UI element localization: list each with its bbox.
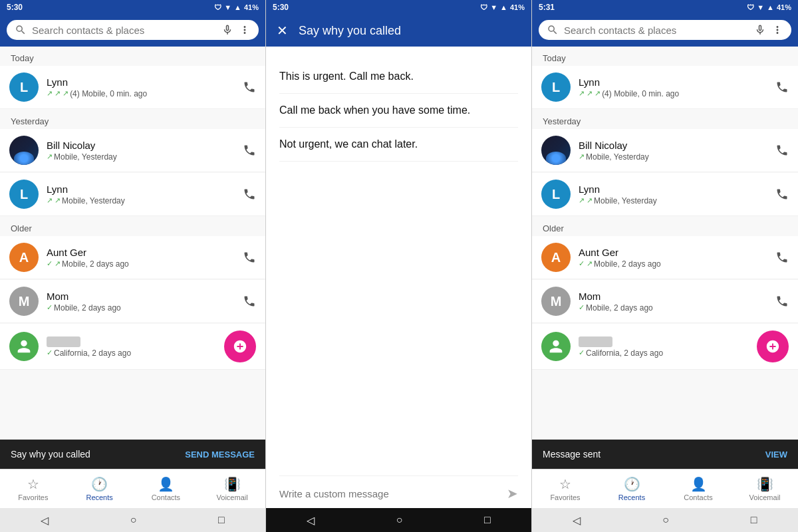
message-option-noturgent-2[interactable]: Not urgent, we can chat later. <box>279 128 518 162</box>
screen-1: 5:30 🛡 ▼ ▲ 41% Today L Lynn ↗ ↗ ↗ (4) Mo… <box>0 0 266 532</box>
message-option-urgent-2[interactable]: This is urgent. Call me back. <box>279 60 518 94</box>
status-bar-2: 5:30 🛡 ▼ ▲ 41% <box>266 0 531 15</box>
search-inner-3[interactable] <box>539 20 791 40</box>
call-icon-lynn-y-3[interactable] <box>775 188 789 201</box>
contact-lynn-yesterday-1[interactable]: L Lynn ↗ ↗ Mobile, Yesterday <box>0 173 265 216</box>
contact-mom-1[interactable]: M Mom ✓ Mobile, 2 days ago <box>0 280 265 323</box>
search-inner-1[interactable] <box>7 20 259 40</box>
battery-3: 41% <box>777 3 791 11</box>
message-option-callback-2[interactable]: Call me back when you have some time. <box>279 94 518 128</box>
contact-name-bill-1: Bill Nicolay <box>47 140 235 151</box>
search-input-3[interactable] <box>564 25 749 36</box>
search-input-1[interactable] <box>32 25 216 36</box>
nav-recents-label-1: Recents <box>86 493 112 501</box>
section-yesterday-1: Yesterday <box>0 110 265 129</box>
contact-sub-bill-3: ↗ Mobile, Yesterday <box>579 152 767 162</box>
more-icon-1[interactable] <box>239 24 251 36</box>
snackbar-action-1[interactable]: SEND MESSAGE <box>185 450 255 460</box>
nav-contacts-3[interactable]: 👤 Contacts <box>665 473 732 504</box>
search-bar-1 <box>0 15 265 47</box>
recents-button-2[interactable]: □ <box>484 514 491 526</box>
signal-icon-2: ▼ <box>490 3 497 11</box>
snackbar-3: Message sent VIEW <box>532 440 798 469</box>
call-icon-auntger-1[interactable] <box>243 251 256 264</box>
snackbar-1: Say why you called SEND MESSAGE <box>0 440 265 469</box>
call-icon-bill-3[interactable] <box>775 144 789 157</box>
nav-favorites-3[interactable]: ☆ Favorites <box>532 473 598 504</box>
protection-icon-2: 🛡 <box>480 3 487 11</box>
contact-mom-3[interactable]: M Mom ✓ Mobile, 2 days ago <box>532 280 798 323</box>
contact-bill-1[interactable]: Bill Nicolay ↗ Mobile, Yesterday <box>0 129 265 172</box>
avatar-lynn-1: L <box>9 72 39 102</box>
nav-recents-3[interactable]: 🕐 Recents <box>598 473 665 504</box>
dial-fab-3[interactable] <box>757 331 789 362</box>
avatar-unknown-3 <box>541 332 571 361</box>
contact-auntger-3[interactable]: A Aunt Ger ✓ ↗ Mobile, 2 days ago <box>532 236 798 279</box>
contact-info-unknown-3: ✓ California, 2 days ago <box>579 336 749 358</box>
contact-name-mom-1: Mom <box>47 291 235 302</box>
contact-info-auntger-1: Aunt Ger ✓ ↗ Mobile, 2 days ago <box>47 247 235 269</box>
contact-sub-mom-1: ✓ Mobile, 2 days ago <box>47 303 235 313</box>
arrows-auntger-1: ✓ ↗ <box>47 259 61 268</box>
snackbar-action-3[interactable]: VIEW <box>765 450 787 460</box>
arrows-mom-3: ✓ <box>579 303 585 312</box>
wifi-icon-2: ▲ <box>500 3 507 11</box>
contact-info-lynn-3: Lynn ↗ ↗ ↗ (4) Mobile, 0 min. ago <box>579 76 767 98</box>
status-icons-2: 🛡 ▼ ▲ 41% <box>480 3 525 11</box>
call-icon-auntger-3[interactable] <box>775 251 789 264</box>
send-icon-2[interactable]: ➤ <box>507 485 518 501</box>
bottom-nav-3: ☆ Favorites 🕐 Recents 👤 Contacts 📳 Voice… <box>532 469 798 508</box>
contact-list-1: Today L Lynn ↗ ↗ ↗ (4) Mobile, 0 min. ag… <box>0 47 265 440</box>
dial-fab-1[interactable] <box>224 331 256 362</box>
avatar-auntger-1: A <box>9 243 39 272</box>
avatar-bill-1 <box>9 136 39 165</box>
contact-sub-bill-1: ↗ Mobile, Yesterday <box>47 152 235 162</box>
nav-voicemail-3[interactable]: 📳 Voicemail <box>732 473 798 504</box>
favorites-icon-1: ☆ <box>27 476 39 492</box>
contact-lynn-yesterday-3[interactable]: L Lynn ↗ ↗ Mobile, Yesterday <box>532 173 798 216</box>
back-button-2[interactable]: ◁ <box>307 514 315 527</box>
back-button-1[interactable]: ◁ <box>41 514 49 527</box>
call-icon-lynn-3[interactable] <box>775 80 789 94</box>
recents-button-3[interactable]: □ <box>751 514 757 526</box>
custom-message-input-2[interactable] <box>279 488 500 499</box>
recents-button-1[interactable]: □ <box>218 514 225 526</box>
call-icon-lynn-1[interactable] <box>243 80 256 94</box>
home-button-2[interactable]: ○ <box>396 514 403 526</box>
call-icon-mom-3[interactable] <box>775 295 789 308</box>
contact-auntger-1[interactable]: A Aunt Ger ✓ ↗ Mobile, 2 days ago <box>0 236 265 279</box>
dialog-title-2: Say why you called <box>299 24 401 38</box>
home-button-1[interactable]: ○ <box>130 514 137 526</box>
nav-recents-1[interactable]: 🕐 Recents <box>66 473 133 504</box>
arrows-auntger-3: ✓ ↗ <box>579 259 593 268</box>
avatar-lynn-3: L <box>541 72 571 102</box>
home-button-3[interactable]: ○ <box>662 514 669 526</box>
contact-lynn-today-3[interactable]: L Lynn ↗ ↗ ↗ (4) Mobile, 0 min. ago <box>532 66 798 109</box>
call-icon-bill-1[interactable] <box>243 144 256 157</box>
nav-contacts-1[interactable]: 👤 Contacts <box>133 473 200 504</box>
sys-nav-3: ◁ ○ □ <box>532 508 798 532</box>
contact-unknown-1[interactable]: ✓ California, 2 days ago <box>0 324 265 370</box>
call-icon-lynn-y-1[interactable] <box>243 188 256 201</box>
contacts-icon-3: 👤 <box>690 476 707 492</box>
nav-voicemail-1[interactable]: 📳 Voicemail <box>199 473 265 504</box>
sys-nav-1: ◁ ○ □ <box>0 508 265 532</box>
mic-icon-3[interactable] <box>754 24 766 36</box>
nav-contacts-label-1: Contacts <box>152 493 180 501</box>
mic-icon-1[interactable] <box>221 24 233 36</box>
protection-icon-3: 🛡 <box>747 3 754 11</box>
contact-info-mom-1: Mom ✓ Mobile, 2 days ago <box>47 291 235 313</box>
call-icon-mom-1[interactable] <box>243 295 256 308</box>
contact-name-unknown-1 <box>47 336 216 347</box>
contact-name-lynn-y-3: Lynn <box>579 184 767 195</box>
contact-bill-3[interactable]: Bill Nicolay ↗ Mobile, Yesterday <box>532 129 798 172</box>
contact-unknown-3[interactable]: ✓ California, 2 days ago <box>532 324 798 370</box>
contact-sub-lynn-1: ↗ ↗ ↗ (4) Mobile, 0 min. ago <box>47 89 235 98</box>
back-button-3[interactable]: ◁ <box>573 514 581 527</box>
time-3: 5:31 <box>539 3 555 12</box>
arrows-lynn-y-1: ↗ ↗ <box>47 196 61 205</box>
nav-favorites-1[interactable]: ☆ Favorites <box>0 473 66 504</box>
contact-lynn-today-1[interactable]: L Lynn ↗ ↗ ↗ (4) Mobile, 0 min. ago <box>0 66 265 109</box>
more-icon-3[interactable] <box>771 24 783 36</box>
close-icon-2[interactable]: ✕ <box>277 23 288 39</box>
